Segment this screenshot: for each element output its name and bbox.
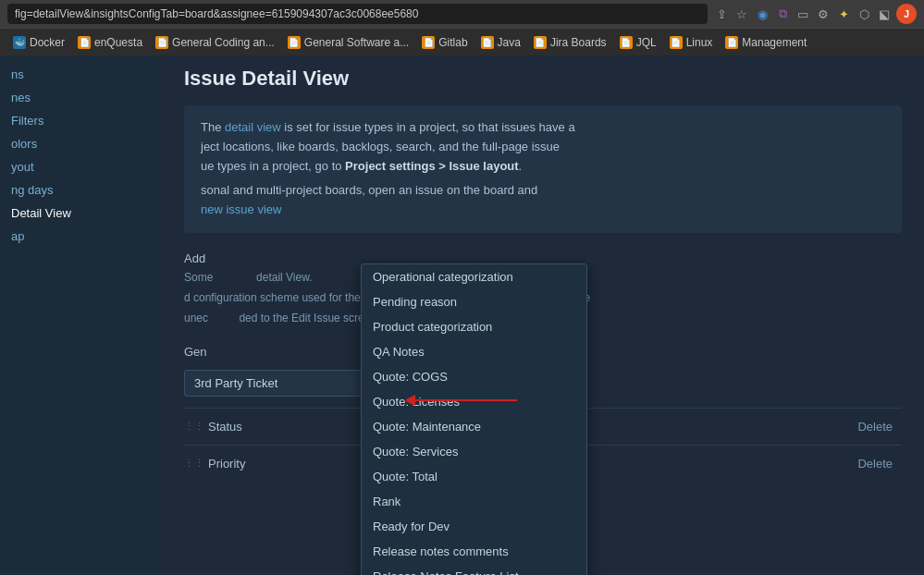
bookmark-gitlab-icon: 📄 (422, 36, 435, 49)
profile-avatar[interactable]: J (896, 4, 917, 24)
sidebar-item-detail-view[interactable]: Detail View (0, 202, 162, 225)
page-title: Issue Detail View (184, 67, 902, 91)
url-bar[interactable]: fig=detailView&insightsConfigTab=board&a… (7, 4, 708, 24)
sidebar-item-ap[interactable]: ap (0, 225, 162, 248)
bookmark-jql-icon: 📄 (620, 36, 633, 49)
bookmark-management[interactable]: 📄 Management (720, 34, 812, 51)
bookmark-docker[interactable]: 🐳 Docker (7, 34, 70, 51)
bookmark-jql-label: JQL (636, 36, 657, 49)
dropdown-item-6[interactable]: Quote: Maintenance (362, 414, 586, 439)
bookmark-linux-icon: 📄 (670, 36, 683, 49)
sidebar-item-filters[interactable]: Filters (0, 109, 162, 132)
bookmark-java-label: Java (498, 36, 521, 49)
sidebar: ns nes Filters olors yout ng days Detail… (0, 55, 162, 575)
sidebar-toggle-icon[interactable]: ⬕ (876, 6, 893, 22)
browser-chrome: fig=detailView&insightsConfigTab=board&a… (0, 0, 924, 55)
info-text-2: is set for issue types in a project, so … (281, 120, 575, 134)
dropdown-item-0[interactable]: Operational categorization (362, 264, 586, 289)
bookmark-gitlab[interactable]: 📄 Gitlab (416, 34, 473, 51)
bookmark-docker-icon: 🐳 (13, 36, 26, 49)
bookmark-java[interactable]: 📄 Java (475, 34, 526, 51)
bookmark-general-coding[interactable]: 📄 General Coding an... (150, 34, 280, 51)
sidebar-item-layout[interactable]: yout (0, 155, 162, 178)
info-line-5: new issue view (201, 201, 885, 220)
drag-handle-priority[interactable]: ⋮⋮ (184, 458, 203, 470)
bookmark-mgmt-label: Management (742, 36, 807, 49)
bookmark-linux[interactable]: 📄 Linux (664, 34, 719, 51)
dropdown-item-12[interactable]: Release Notes Feature List (362, 564, 586, 575)
info-box: The detail view is set for issue types i… (184, 105, 902, 233)
bookmark-enquesta[interactable]: 📄 enQuesta (72, 34, 148, 51)
bookmark-java-icon: 📄 (481, 36, 494, 49)
bookmark-coding-label: General Coding an... (172, 36, 275, 49)
bookmark-software-icon: 📄 (288, 36, 301, 49)
bookmark-mgmt-icon: 📄 (725, 36, 738, 49)
dropdown-item-8[interactable]: Quote: Total (362, 464, 586, 489)
info-line-1: The detail view is set for issue types i… (201, 118, 885, 138)
dropdown-item-rank[interactable]: Rank (362, 489, 586, 514)
bookmark-jql[interactable]: 📄 JQL (614, 34, 662, 51)
project-settings-bold: Project settings > Issue layout (345, 159, 518, 173)
sidebar-item-nes[interactable]: nes (0, 86, 162, 109)
info-line-3: ue types in a project, go to Project set… (201, 157, 885, 177)
content-area: Issue Detail View The detail view is set… (162, 55, 924, 575)
bookmarks-bar: 🐳 Docker 📄 enQuesta 📄 General Coding an.… (0, 28, 924, 55)
new-issue-view-link[interactable]: new issue view (201, 202, 281, 216)
dropdown-item-7[interactable]: Quote: Services (362, 439, 586, 464)
drag-handle-status[interactable]: ⋮⋮ (184, 421, 203, 433)
star-icon[interactable]: ☆ (733, 6, 750, 22)
sidebar-item-working-days[interactable]: ng days (0, 178, 162, 202)
url-text: fig=detailView&insightsConfigTab=board&a… (15, 7, 418, 20)
settings-icon[interactable]: ⚙ (815, 6, 832, 22)
bookmark-gitlab-label: Gitlab (438, 36, 467, 49)
bookmark-enquesta-icon: 📄 (78, 36, 91, 49)
dropdown-item-4[interactable]: Quote: COGS (362, 364, 586, 389)
info-text-1: The (201, 120, 225, 134)
main-layout: ns nes Filters olors yout ng days Detail… (0, 55, 924, 575)
dropdown-item-5[interactable]: Quote: Licenses (362, 389, 586, 414)
page-header: Issue Detail View (162, 55, 924, 98)
monitor-icon[interactable]: ▭ (795, 6, 811, 22)
bookmark-jira-icon: 📄 (534, 36, 547, 49)
detail-view-link[interactable]: detail view (225, 120, 281, 134)
layers-icon[interactable]: ⧉ (774, 6, 791, 22)
bookmark-docker-label: Docker (30, 36, 65, 49)
address-bar: fig=detailView&insightsConfigTab=board&a… (0, 0, 924, 28)
info-line-2: ject locations, like boards, backlogs, s… (201, 138, 885, 157)
dropdown-item-3[interactable]: QA Notes (362, 339, 586, 364)
share-icon[interactable]: ⇪ (713, 6, 730, 22)
whale-icon[interactable]: ◉ (754, 6, 770, 22)
dropdown-item-10[interactable]: Ready for Dev (362, 514, 586, 539)
star2-icon[interactable]: ✦ (835, 6, 852, 22)
puzzle-icon[interactable]: ⬡ (856, 6, 872, 22)
sidebar-item-colors[interactable]: olors (0, 132, 162, 155)
dropdown-item-1[interactable]: Pending reason (362, 289, 586, 314)
dropdown-item-2[interactable]: Product categorization (362, 314, 586, 339)
bookmark-enquesta-label: enQuesta (94, 36, 142, 49)
dropdown-item-11[interactable]: Release notes comments (362, 539, 586, 564)
delete-priority-button[interactable]: Delete (848, 453, 902, 474)
browser-icons: ⇪ ☆ ◉ ⧉ ▭ ⚙ ✦ ⬡ ⬕ J (713, 4, 917, 24)
dropdown-popup: Operational categorization Pending reaso… (361, 263, 587, 575)
bookmark-software-label: General Software a... (304, 36, 409, 49)
bookmark-coding-icon: 📄 (155, 36, 168, 49)
bookmark-jira[interactable]: 📄 Jira Boards (528, 34, 612, 51)
bookmark-general-software[interactable]: 📄 General Software a... (282, 34, 414, 51)
sidebar-item-ns[interactable]: ns (0, 63, 162, 86)
bookmark-linux-label: Linux (686, 36, 713, 49)
delete-status-button[interactable]: Delete (848, 416, 902, 437)
info-line-4: sonal and multi-project boards, open an … (201, 181, 885, 201)
bookmark-jira-label: Jira Boards (550, 36, 607, 49)
